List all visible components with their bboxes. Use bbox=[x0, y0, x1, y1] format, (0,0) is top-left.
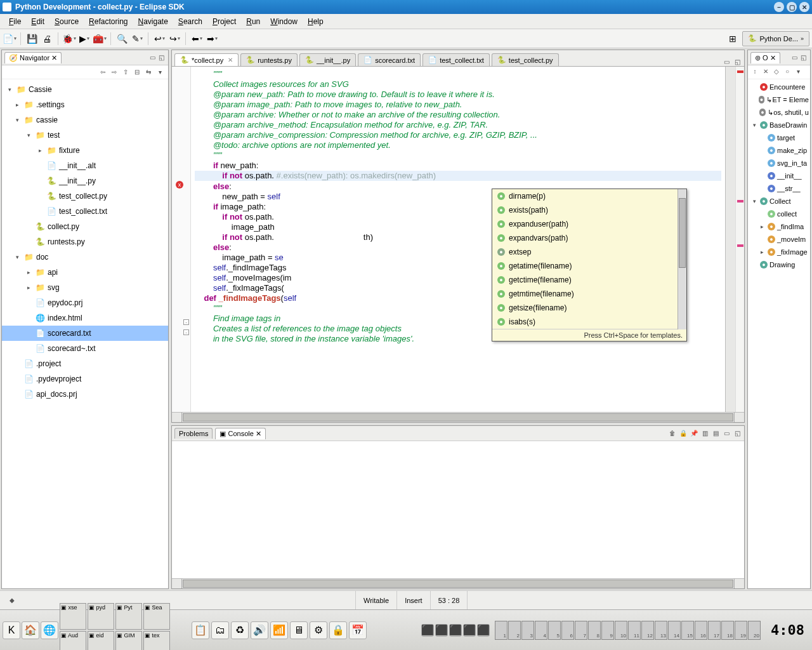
systray-icon[interactable]: ⬛ bbox=[435, 624, 448, 637]
maximize-button[interactable]: ▢ bbox=[787, 2, 797, 12]
editor-maximize-button[interactable]: ◱ bbox=[733, 57, 742, 66]
home-button[interactable]: 🏠 bbox=[22, 621, 39, 639]
kmenu-button[interactable]: K bbox=[3, 621, 20, 639]
completion-item[interactable]: ●getsize(filename) bbox=[492, 301, 686, 315]
tree-item[interactable]: 📄epydoc.prj bbox=[2, 295, 168, 310]
tree-item[interactable]: 📄scorecard.txt bbox=[2, 326, 168, 341]
ext-tools-button[interactable]: 🧰 bbox=[93, 32, 107, 46]
scroll-lock-icon[interactable]: 🔒 bbox=[679, 429, 688, 438]
pager-desktop[interactable]: 11 bbox=[628, 621, 641, 640]
menu-file[interactable]: File bbox=[4, 15, 26, 28]
tray-app-icon[interactable]: 🗂 bbox=[211, 621, 229, 639]
console-max-button[interactable]: ◱ bbox=[733, 429, 742, 438]
clear-console-icon[interactable]: 🗑 bbox=[668, 429, 677, 438]
pager-desktop[interactable]: 16 bbox=[695, 621, 707, 640]
navigator-tree[interactable]: ▾📁Cassie▸📁.settings▾📁cassie▾📁test▸📁fixtu… bbox=[2, 79, 168, 588]
outline-max-button[interactable]: ◱ bbox=[799, 53, 808, 62]
editor-hscrollbar[interactable] bbox=[172, 412, 744, 422]
desktop-pager[interactable]: 1234567891011121314151617181920 bbox=[495, 621, 761, 640]
tree-item[interactable]: ▾📁test bbox=[2, 128, 168, 143]
tree-item[interactable]: ▸📁svg bbox=[2, 280, 168, 295]
pager-desktop[interactable]: 13 bbox=[655, 621, 667, 640]
print-button[interactable]: 🖨 bbox=[40, 32, 54, 46]
tree-item[interactable]: 🐍runtests.py bbox=[2, 234, 168, 249]
taskbar-task[interactable]: ▣ eid bbox=[88, 631, 114, 651]
clock[interactable]: 4:08 bbox=[766, 622, 809, 638]
nav-last-button[interactable]: ↩ bbox=[152, 32, 166, 46]
forward-button[interactable]: ➡ bbox=[205, 32, 219, 46]
editor-tab[interactable]: 🐍test_collect.py bbox=[492, 53, 559, 66]
pager-desktop[interactable]: 17 bbox=[708, 621, 721, 640]
tray-app-icon[interactable]: 📋 bbox=[192, 621, 209, 639]
pager-desktop[interactable]: 20 bbox=[748, 621, 761, 640]
menu-project[interactable]: Project bbox=[207, 15, 241, 28]
taskbar-task[interactable]: ▣ tex bbox=[143, 631, 170, 651]
overview-ruler[interactable] bbox=[735, 67, 744, 412]
outline-item[interactable]: ●↳ET = Eleme bbox=[749, 93, 809, 106]
tree-item[interactable]: 📄api_docs.prj bbox=[2, 387, 168, 402]
outline-item[interactable]: ●_moveIm bbox=[749, 233, 809, 246]
pager-desktop[interactable]: 18 bbox=[721, 621, 734, 640]
tray-app-icon[interactable]: 🖥 bbox=[290, 621, 308, 639]
error-marker-icon[interactable]: x bbox=[176, 181, 183, 189]
problems-tab[interactable]: Problems bbox=[174, 428, 213, 439]
tree-item[interactable]: 📄test_collect.txt bbox=[2, 204, 168, 219]
pager-desktop[interactable]: 2 bbox=[508, 621, 521, 640]
editor-gutter[interactable]: x - - bbox=[172, 67, 191, 412]
pin-console-icon[interactable]: 📌 bbox=[690, 429, 698, 438]
debug-button[interactable]: 🐞 bbox=[62, 32, 76, 46]
tree-item[interactable]: 🐍test_collect.py bbox=[2, 189, 168, 204]
completion-item[interactable]: ●getatime(filename) bbox=[492, 259, 686, 273]
tree-item[interactable]: 🐍collect.py bbox=[2, 219, 168, 234]
console-tab[interactable]: ▣ Console ✕ bbox=[215, 428, 265, 439]
tray-app-icon[interactable]: 📶 bbox=[270, 621, 288, 639]
nav-next-button[interactable]: ↪ bbox=[167, 32, 181, 46]
hide-static-icon[interactable]: ◇ bbox=[772, 67, 781, 76]
sort-icon[interactable]: ↕ bbox=[750, 67, 759, 76]
completion-item[interactable]: ●expanduser(path) bbox=[492, 217, 686, 231]
completion-item[interactable]: ●getmtime(filename) bbox=[492, 287, 686, 301]
console-hscrollbar[interactable] bbox=[172, 578, 744, 588]
pager-desktop[interactable]: 1 bbox=[495, 621, 508, 640]
tree-item[interactable]: ▾📁doc bbox=[2, 249, 168, 265]
close-icon[interactable]: ✕ bbox=[256, 430, 261, 438]
view-menu-icon[interactable]: ▾ bbox=[155, 68, 164, 77]
pager-desktop[interactable]: 5 bbox=[548, 621, 561, 640]
nav-fwd-icon[interactable]: ⇨ bbox=[110, 68, 119, 77]
nav-up-icon[interactable]: ⇧ bbox=[121, 68, 130, 77]
close-icon[interactable]: ✕ bbox=[228, 56, 233, 63]
tree-item[interactable]: ▾📁cassie bbox=[2, 112, 168, 128]
pager-desktop[interactable]: 3 bbox=[521, 621, 534, 640]
editor-tab[interactable]: 📄test_collect.txt bbox=[422, 53, 490, 66]
outline-item[interactable]: ▸●_fixImage bbox=[749, 246, 809, 258]
outline-min-button[interactable]: ▭ bbox=[790, 53, 799, 62]
tree-item[interactable]: 📄__init__.alt bbox=[2, 158, 168, 173]
completion-item[interactable]: ●isabs(s) bbox=[492, 315, 686, 329]
link-editor-icon[interactable]: ⇆ bbox=[144, 68, 153, 77]
pager-desktop[interactable]: 4 bbox=[535, 621, 547, 640]
outline-item[interactable]: ▾●BaseDrawin bbox=[749, 119, 809, 131]
close-button[interactable]: ✕ bbox=[799, 2, 809, 12]
tree-item[interactable]: 📄scorecard~.txt bbox=[2, 341, 168, 356]
fold-marker[interactable]: - bbox=[183, 319, 189, 325]
pager-desktop[interactable]: 14 bbox=[668, 621, 681, 640]
taskbar-task[interactable]: ▣ GIM bbox=[115, 631, 142, 651]
maximize-view-button[interactable]: ◱ bbox=[157, 53, 166, 62]
outline-item[interactable]: ●__init__ bbox=[749, 169, 809, 182]
editor-tab[interactable]: 🐍__init__.py bbox=[299, 53, 356, 66]
minimize-view-button[interactable]: ▭ bbox=[148, 53, 157, 62]
outline-item[interactable]: ●collect bbox=[749, 208, 809, 220]
menu-window[interactable]: Window bbox=[265, 15, 303, 28]
outline-item[interactable]: ●__str__ bbox=[749, 182, 809, 195]
tray-app-icon[interactable]: ⚙ bbox=[310, 621, 327, 639]
systray-icon[interactable]: ⬛ bbox=[477, 624, 490, 637]
outline-item[interactable]: ●↳os, shutil, u bbox=[749, 106, 809, 119]
back-button[interactable]: ⬅ bbox=[190, 32, 204, 46]
autocomplete-popup[interactable]: ●dirname(p)●exists(path)●expanduser(path… bbox=[492, 189, 687, 342]
console-min-button[interactable]: ▭ bbox=[722, 429, 731, 438]
taskbar-task[interactable]: ▣ Pyt bbox=[115, 603, 142, 630]
pager-desktop[interactable]: 9 bbox=[601, 621, 614, 640]
pager-desktop[interactable]: 8 bbox=[588, 621, 601, 640]
completion-item[interactable]: ●extsep bbox=[492, 245, 686, 259]
menu-source[interactable]: Source bbox=[49, 15, 84, 28]
